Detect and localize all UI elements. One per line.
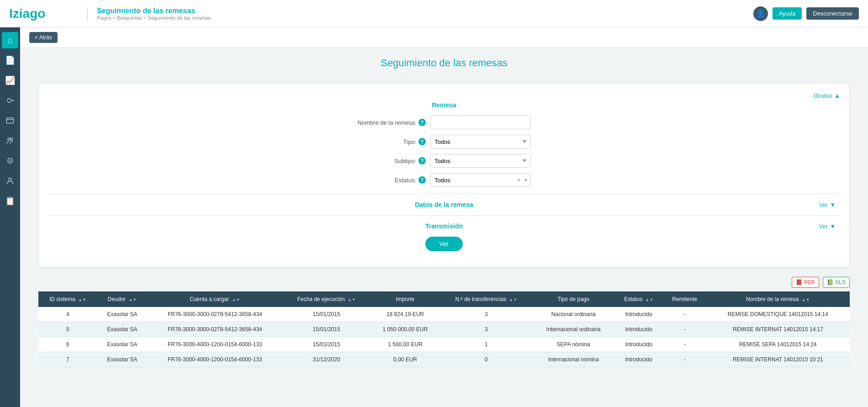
sidebar-item-configuracion[interactable]: ⚙	[2, 153, 18, 169]
remesas-table: ID sistema ▲▼ Deudor ▲▼ Cuenta a cargar …	[38, 291, 850, 367]
sidebar-item-reportes[interactable]: 📋	[2, 193, 18, 209]
estatus-select[interactable]: Todos	[430, 173, 531, 187]
ver-button[interactable]: Ver	[425, 237, 462, 251]
sidebar-item-inicio[interactable]: ⌂	[2, 32, 18, 48]
tipo-select[interactable]: Todos	[430, 135, 531, 148]
subtipo-help-icon[interactable]: ?	[418, 157, 426, 164]
col-nombre-remesa[interactable]: Nombre de la remesa ▲▼	[706, 291, 850, 307]
subtipo-select[interactable]: Todos	[430, 154, 531, 168]
nombre-input[interactable]	[430, 116, 531, 129]
export-xls-button[interactable]: 📗 XLS	[823, 277, 850, 288]
sidebar-item-cobros[interactable]	[2, 112, 18, 129]
table-cell: 5	[38, 322, 97, 337]
desconectarse-button[interactable]: Desconectarse	[806, 7, 859, 20]
table-cell: FR76-3000-3000-0278-5412-3658-434	[147, 322, 283, 337]
table-cell: 1 500,00 EUR	[370, 337, 440, 352]
back-button[interactable]: < Atrás	[29, 32, 58, 43]
sort-icon-transferencias: ▲▼	[509, 297, 518, 302]
table-cell: 1	[440, 337, 532, 352]
col-cuenta[interactable]: Cuenta a cargar ▲▼	[147, 291, 283, 307]
col-remitente[interactable]: Remitente	[663, 291, 706, 307]
table-cell: Introducido	[614, 307, 663, 322]
tipo-label: Tipo: ?	[357, 138, 426, 145]
sidebar: ⌂ 📄 📈 ⚙	[0, 27, 20, 407]
table-cell: Exasolar SA	[97, 337, 147, 352]
table-cell: FR76-3000-4000-1200-0154-6000-133	[147, 352, 283, 367]
table-cell: 4	[38, 307, 97, 322]
nombre-label: Nombre de la remesa: ?	[357, 119, 426, 126]
table-cell: -	[663, 307, 706, 322]
table-cell: REMISE SEPA 14012015 14:24	[706, 337, 850, 352]
table-cell: Introducido	[614, 322, 663, 337]
table-cell: SEPA nómina	[533, 337, 614, 352]
estatus-clear-icon[interactable]: ×	[517, 176, 521, 184]
table-row[interactable]: 4Exasolar SAFR76-3000-3000-0278-5412-365…	[38, 307, 850, 322]
sort-icon-deudor: ▲▼	[128, 297, 137, 302]
breadcrumb: Pagos > Búsquedas > Seguimiento de las r…	[97, 15, 753, 21]
remesa-section-label: Remesa	[48, 101, 840, 109]
table-cell: 15/01/2015	[283, 322, 370, 337]
subtipo-label: Subtipo: ?	[357, 157, 426, 164]
table-cell: 1 050 000,00 EUR	[370, 322, 440, 337]
sidebar-item-estadisticas[interactable]: 📈	[2, 72, 18, 89]
table-cell: Exasolar SA	[97, 352, 147, 367]
table-cell: 0,00 EUR	[370, 352, 440, 367]
col-tipo-pago[interactable]: Tipo de pago	[533, 291, 614, 307]
datos-ver-link[interactable]: Ver ▼	[819, 201, 836, 208]
svg-point-4	[9, 178, 12, 181]
transmision-ver-link[interactable]: Ver ▼	[819, 223, 836, 230]
ocultar-label: Ocultar	[813, 92, 832, 99]
table-row[interactable]: 7Exasolar SAFR76-3000-4000-1200-0154-600…	[38, 352, 850, 367]
col-fecha[interactable]: Fecha de ejecución ▲▼	[283, 291, 370, 307]
divider-2	[48, 215, 840, 216]
tipo-help-icon[interactable]: ?	[418, 138, 426, 145]
col-importe[interactable]: Importe	[370, 291, 440, 307]
header-title-area: Seguimiento de las remesas Pagos > Búsqu…	[87, 7, 753, 21]
sidebar-item-documentos[interactable]: 📄	[2, 52, 18, 69]
table-cell: FR76-3000-3000-0278-5412-3658-434	[147, 307, 283, 322]
table-cell: 6	[38, 337, 97, 352]
table-cell: 18 824,19 EUR	[370, 307, 440, 322]
sort-icon-id: ▲▼	[78, 297, 86, 302]
tipo-row: Tipo: ? Todos	[48, 135, 840, 148]
sidebar-item-pagos[interactable]	[2, 92, 18, 109]
table-cell: Introducido	[614, 352, 663, 367]
table-cell: 0	[440, 352, 532, 367]
table-cell: 7	[38, 352, 97, 367]
export-pdf-button[interactable]: 📕 PDF	[792, 277, 819, 288]
estatus-help-icon[interactable]: ?	[418, 176, 426, 184]
col-estatus[interactable]: Estatus ▲▼	[614, 291, 663, 307]
table-cell: FR76-3000-4000-1200-0154-6000-133	[147, 337, 283, 352]
section-title: Seguimiento de las remesas	[38, 57, 850, 69]
sidebar-item-contactos[interactable]	[2, 132, 18, 149]
table-cell: Nacional ordinaria	[533, 307, 614, 322]
table-cell: -	[663, 337, 706, 352]
nombre-help-icon[interactable]: ?	[418, 119, 426, 126]
col-transferencias[interactable]: N.º de transferencias ▲▼	[440, 291, 532, 307]
chevron-down-icon-transmision: ▼	[830, 223, 836, 230]
table-cell: 31/12/2020	[283, 352, 370, 367]
filter-card: Ocultar ▲ Remesa Nombre de la remesa: ?	[38, 83, 850, 268]
table-row[interactable]: 6Exasolar SAFR76-3000-4000-1200-0154-600…	[38, 337, 850, 352]
ayuda-button[interactable]: Ayuda	[773, 7, 802, 20]
table-cell: REMISE INTERNAT 14012015 14:17	[706, 322, 850, 337]
sort-icon-nombre-remesa: ▲▼	[802, 297, 810, 302]
table-header-row: ID sistema ▲▼ Deudor ▲▼ Cuenta a cargar …	[38, 291, 850, 307]
table-section: 📕 PDF 📗 XLS ID sistema ▲▼	[38, 277, 850, 367]
sidebar-item-perfil[interactable]	[2, 173, 18, 189]
datos-section-label: Datos de la remesa	[249, 201, 640, 208]
estatus-row: Estatus: ? Todos × ▼	[48, 173, 840, 187]
ocultar-link[interactable]: Ocultar ▲	[813, 92, 840, 99]
chevron-up-icon: ▲	[834, 92, 840, 99]
col-id[interactable]: ID sistema ▲▼	[38, 291, 97, 307]
nombre-remesa-row: Nombre de la remesa: ?	[48, 116, 840, 129]
table-cell: -	[663, 352, 706, 367]
col-deudor[interactable]: Deudor ▲▼	[97, 291, 147, 307]
logo: Iziago	[9, 6, 73, 21]
table-row[interactable]: 5Exasolar SAFR76-3000-3000-0278-5412-365…	[38, 322, 850, 337]
table-cell: REMISE DOMESTIQUE 14012015 14:14	[706, 307, 850, 322]
table-actions: 📕 PDF 📗 XLS	[38, 277, 850, 288]
transmision-section-label: Transmisión	[249, 222, 640, 230]
header-actions: 👤 Ayuda Desconectarse	[753, 6, 859, 21]
svg-point-0	[7, 99, 11, 102]
